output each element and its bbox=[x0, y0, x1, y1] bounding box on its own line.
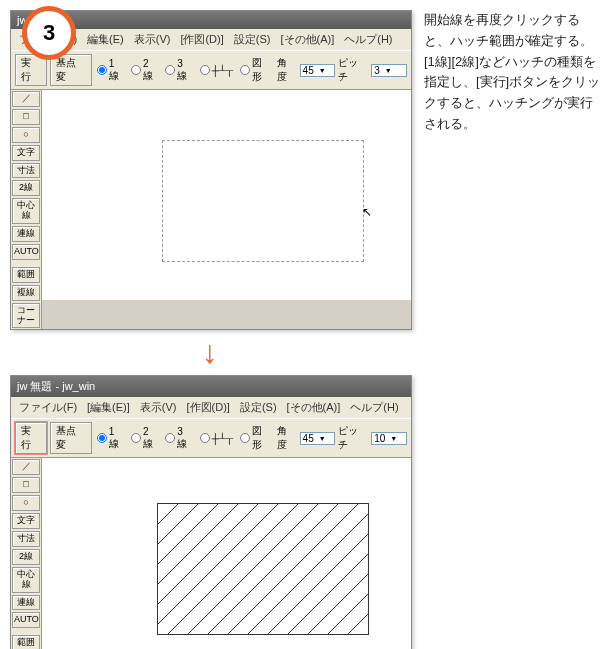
radio-cross[interactable]: ┼┴┬ bbox=[200, 433, 233, 444]
tool-dim[interactable]: 寸法 bbox=[12, 163, 40, 179]
tool-chain[interactable]: 連線 bbox=[12, 595, 40, 611]
tool-text[interactable]: 文字 bbox=[12, 145, 40, 161]
tool-line[interactable]: ／ bbox=[12, 459, 40, 475]
angle-label: 角度 bbox=[277, 424, 297, 452]
tool-auto[interactable]: AUTO bbox=[12, 612, 40, 628]
tool-rect[interactable]: □ bbox=[12, 109, 40, 125]
titlebar: jw 無題 - jw_win bbox=[11, 376, 411, 397]
pitch-label: ピッチ bbox=[338, 424, 368, 452]
svg-line-8 bbox=[188, 504, 318, 634]
hatched-rect bbox=[157, 503, 369, 635]
pitch-combo[interactable]: 3 bbox=[371, 64, 407, 77]
menu-view[interactable]: 表示(V) bbox=[136, 399, 181, 416]
radio-3line-label: 3線 bbox=[177, 426, 192, 451]
radio-3line[interactable]: 3線 bbox=[165, 426, 192, 451]
menu-setting[interactable]: 設定(S) bbox=[236, 399, 281, 416]
side-tools: ／ □ ○ 文字 寸法 2線 中心線 連線 AUTO 範囲 複線 コーナー bbox=[11, 458, 42, 649]
angle-label: 角度 bbox=[277, 56, 297, 84]
tool-chain[interactable]: 連線 bbox=[12, 226, 40, 242]
tool-range[interactable]: 範囲 bbox=[12, 267, 40, 283]
angle-value: 45 bbox=[303, 433, 314, 444]
menu-setting[interactable]: 設定(S) bbox=[230, 31, 275, 48]
radio-3line[interactable]: 3線 bbox=[165, 58, 192, 83]
radio-1line-label: 1線 bbox=[109, 426, 124, 451]
svg-line-10 bbox=[228, 504, 358, 634]
radio-1line[interactable]: 1線 bbox=[97, 58, 124, 83]
tool-circle[interactable]: ○ bbox=[12, 495, 40, 511]
svg-line-2 bbox=[158, 504, 198, 634]
tool-2line[interactable]: 2線 bbox=[12, 180, 40, 196]
menu-edit[interactable]: 編集(E) bbox=[83, 31, 128, 48]
radio-2line[interactable]: 2線 bbox=[131, 426, 158, 451]
tool-dup[interactable]: 複線 bbox=[12, 285, 40, 301]
tool-center[interactable]: 中心線 bbox=[12, 567, 40, 593]
down-arrow-icon: ↓ bbox=[10, 334, 410, 371]
cursor-icon: ↖ bbox=[362, 205, 372, 219]
pitch-value: 3 bbox=[374, 65, 380, 76]
svg-line-15 bbox=[328, 504, 368, 634]
hatch-lines-icon bbox=[158, 504, 368, 634]
menu-file[interactable]: ファイル(F) bbox=[15, 399, 81, 416]
menu-other[interactable]: [その他(A)] bbox=[276, 31, 338, 48]
radio-2line-label: 2線 bbox=[143, 426, 158, 451]
radio-shape-label: 図形 bbox=[252, 424, 272, 452]
selection-box bbox=[162, 140, 364, 262]
angle-combo[interactable]: 45 bbox=[300, 432, 336, 445]
toolbar: 実行 基点変 1線 2線 3線 ┼┴┬ 図形 角度 45 ピッチ 3 bbox=[11, 50, 411, 90]
radio-shape-label: 図形 bbox=[252, 56, 272, 84]
window-2: jw 無題 - jw_win ファイル(F) [編集(E)] 表示(V) [作図… bbox=[10, 375, 412, 649]
pitch-label: ピッチ bbox=[338, 56, 368, 84]
radio-cross-label: ┼┴┬ bbox=[212, 433, 233, 444]
tool-auto[interactable]: AUTO bbox=[12, 244, 40, 260]
base-button[interactable]: 基点変 bbox=[50, 422, 92, 454]
window-1: jw_win ファイル(F) 編集(E) 表示(V) [作図(D)] 設定(S)… bbox=[10, 10, 412, 330]
tool-text[interactable]: 文字 bbox=[12, 513, 40, 529]
menu-view[interactable]: 表示(V) bbox=[130, 31, 175, 48]
radio-cross-label: ┼┴┬ bbox=[212, 65, 233, 76]
title-text: jw 無題 - jw_win bbox=[17, 379, 95, 394]
angle-value: 45 bbox=[303, 65, 314, 76]
menu-help[interactable]: ヘルプ(H) bbox=[340, 31, 396, 48]
menu-other[interactable]: [その他(A)] bbox=[283, 399, 345, 416]
radio-3line-label: 3線 bbox=[177, 58, 192, 83]
exec-button[interactable]: 実行 bbox=[15, 422, 47, 454]
radio-1line[interactable]: 1線 bbox=[97, 426, 124, 451]
menu-draw[interactable]: [作図(D)] bbox=[176, 31, 227, 48]
canvas-2[interactable] bbox=[42, 458, 411, 649]
radio-2line[interactable]: 2線 bbox=[131, 58, 158, 83]
tool-corner[interactable]: コーナー bbox=[12, 303, 40, 329]
tool-dim[interactable]: 寸法 bbox=[12, 531, 40, 547]
step-badge: 3 bbox=[22, 6, 76, 60]
step-number: 3 bbox=[43, 20, 55, 46]
tool-2line[interactable]: 2線 bbox=[12, 549, 40, 565]
radio-1line-label: 1線 bbox=[109, 58, 124, 83]
angle-combo[interactable]: 45 bbox=[300, 64, 336, 77]
pitch-combo[interactable]: 10 bbox=[371, 432, 407, 445]
pitch-value: 10 bbox=[374, 433, 385, 444]
menu-draw[interactable]: [作図(D)] bbox=[183, 399, 234, 416]
svg-line-7 bbox=[168, 504, 298, 634]
radio-2line-label: 2線 bbox=[143, 58, 158, 83]
tool-rect[interactable]: □ bbox=[12, 477, 40, 493]
caption: 開始線を再度クリックすると、ハッチ範囲が確定する。[1線][2線]などハッチの種… bbox=[424, 10, 603, 330]
menu-help[interactable]: ヘルプ(H) bbox=[346, 399, 402, 416]
tool-center[interactable]: 中心線 bbox=[12, 198, 40, 224]
tool-circle[interactable]: ○ bbox=[12, 127, 40, 143]
svg-line-9 bbox=[208, 504, 338, 634]
menubar: ファイル(F) [編集(E)] 表示(V) [作図(D)] 設定(S) [その他… bbox=[11, 397, 411, 418]
side-tools: ／ □ ○ 文字 寸法 2線 中心線 連線 AUTO 範囲 複線 コーナー bbox=[11, 90, 42, 329]
radio-shape[interactable]: 図形 bbox=[240, 424, 272, 452]
body: ／ □ ○ 文字 寸法 2線 中心線 連線 AUTO 範囲 複線 コーナー ↖ bbox=[11, 90, 411, 329]
radio-cross[interactable]: ┼┴┬ bbox=[200, 65, 233, 76]
menu-edit[interactable]: [編集(E)] bbox=[83, 399, 134, 416]
radio-shape[interactable]: 図形 bbox=[240, 56, 272, 84]
tool-range[interactable]: 範囲 bbox=[12, 635, 40, 649]
tool-line[interactable]: ／ bbox=[12, 91, 40, 107]
toolbar: 実行 基点変 1線 2線 3線 ┼┴┬ 図形 角度 45 ピッチ 10 bbox=[11, 418, 411, 458]
canvas-1[interactable]: ↖ bbox=[42, 90, 411, 300]
body: ／ □ ○ 文字 寸法 2線 中心線 連線 AUTO 範囲 複線 コーナー bbox=[11, 458, 411, 649]
